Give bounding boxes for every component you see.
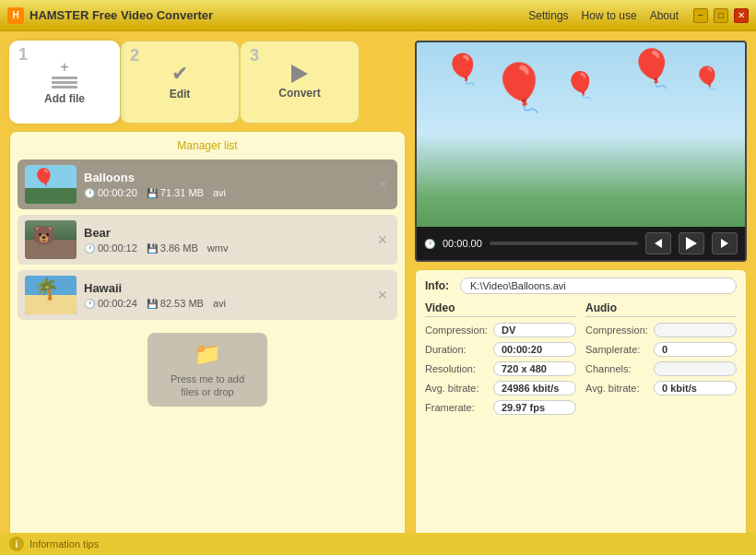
video-bitrate-value: 24986 kbit/s	[493, 381, 576, 396]
video-screen: 🎈 🎈 🎈 🎈 🎈	[417, 42, 745, 227]
minimize-button[interactable]: −	[693, 8, 708, 23]
left-panel: 1 + Add file 2 ✔ Edit 3	[9, 41, 406, 546]
video-compression-value: DV	[493, 323, 576, 337]
video-info-col: Video Compression: DV Duration: 00:00:20…	[425, 301, 576, 419]
video-framerate-label: Framerate:	[425, 402, 490, 413]
file-ext-balloons: avi	[213, 187, 226, 198]
video-preview: 🎈 🎈 🎈 🎈 🎈 🕐 00:00.00	[415, 41, 747, 262]
audio-samplerate-value: 0	[654, 342, 737, 357]
edit-icon: ✔	[171, 64, 188, 84]
file-ext-bear: wmv	[207, 242, 229, 254]
close-button[interactable]: ✕	[734, 8, 749, 23]
file-info-bear: Bear 🕐 00:00:12 💾 3.86 MB wmv	[84, 226, 390, 254]
file-item-hawaii[interactable]: Hawaii 🕐 00:00:24 💾 82.53 MB avi	[18, 270, 397, 320]
step-2-button[interactable]: 2 ✔ Edit	[120, 41, 240, 124]
audio-col-header: Audio	[585, 301, 737, 317]
file-name-balloons: Balloons	[84, 171, 390, 184]
bottom-info-text: Information tips	[30, 538, 99, 549]
audio-channels-label: Channels:	[585, 363, 650, 374]
file-info-hawaii: Hawaii 🕐 00:00:24 💾 82.53 MB avi	[84, 281, 390, 309]
step-3-button[interactable]: 3 Convert	[240, 41, 360, 124]
settings-link[interactable]: Settings	[528, 9, 568, 22]
audio-samplerate-field: Samplerate: 0	[585, 342, 737, 357]
file-close-balloons[interactable]: ✕	[375, 177, 390, 192]
video-resolution-label: Resolution:	[425, 363, 490, 374]
add-files-icon: 📁	[194, 341, 221, 367]
main-area: 1 + Add file 2 ✔ Edit 3	[0, 31, 756, 555]
audio-bitrate-value: 0 kbit/s	[654, 381, 737, 396]
convert-icon	[291, 65, 308, 83]
video-controls: 🕐 00:00.00	[417, 227, 745, 260]
about-link[interactable]: About	[650, 9, 679, 22]
info-path: K:\Video\Balloons.avi	[460, 278, 737, 294]
audio-compression-value	[654, 323, 737, 337]
audio-bitrate-label: Avg. bitrate:	[585, 383, 650, 394]
file-size-hawaii: 82.53 MB	[160, 298, 204, 309]
window-controls: − □ ✕	[693, 8, 749, 23]
audio-channels-value	[654, 361, 737, 376]
steps-area: 1 + Add file 2 ✔ Edit 3	[9, 41, 406, 124]
add-file-icon: +	[52, 60, 77, 89]
video-framerate-value: 29.97 fps	[493, 400, 576, 415]
info-columns: Video Compression: DV Duration: 00:00:20…	[425, 301, 737, 419]
info-path-row: Info: K:\Video\Balloons.avi	[425, 278, 737, 294]
info-section: Info: K:\Video\Balloons.avi Video Compre…	[415, 269, 747, 546]
info-label: Info:	[425, 279, 453, 292]
video-prev-button[interactable]	[645, 232, 671, 254]
step-1-label: Add file	[44, 92, 85, 105]
maximize-button[interactable]: □	[714, 8, 728, 23]
video-framerate-field: Framerate: 29.97 fps	[425, 400, 576, 415]
file-meta-balloons: 🕐 00:00:20 💾 71.31 MB avi	[84, 187, 390, 198]
video-col-header: Video	[425, 301, 576, 317]
audio-compression-field: Compression:	[585, 323, 737, 337]
file-name-bear: Bear	[84, 226, 390, 240]
file-item-balloons[interactable]: Balloons 🕐 00:00:20 💾 71.31 MB avi	[18, 159, 397, 209]
step-3-number: 3	[250, 47, 259, 64]
video-play-button[interactable]	[679, 232, 704, 254]
step-1-button[interactable]: 1 + Add file	[9, 41, 120, 124]
video-duration-field: Duration: 00:00:20	[425, 342, 576, 357]
file-list: Balloons 🕐 00:00:20 💾 71.31 MB avi	[18, 159, 397, 320]
video-next-button[interactable]	[712, 232, 738, 254]
audio-bitrate-field: Avg. bitrate: 0 kbit/s	[585, 381, 737, 396]
video-resolution-field: Resolution: 720 x 480	[425, 361, 576, 376]
file-info-balloons: Balloons 🕐 00:00:20 💾 71.31 MB avi	[84, 171, 390, 198]
video-progress[interactable]	[490, 242, 638, 245]
video-compression-label: Compression:	[425, 325, 490, 336]
manager-title: Manager list	[18, 139, 397, 152]
file-ext-hawaii: avi	[213, 298, 226, 309]
file-duration-balloons: 00:00:20	[98, 187, 137, 198]
step-3-label: Convert	[278, 87, 320, 100]
app-logo: H	[7, 7, 24, 24]
audio-samplerate-label: Samplerate:	[585, 344, 650, 355]
file-size-bear: 3.86 MB	[160, 242, 198, 254]
add-files-button[interactable]: 📁 Press me to add files or drop	[148, 333, 267, 407]
logo-letter: H	[12, 10, 18, 20]
video-time: 00:00.00	[443, 238, 482, 249]
video-bitrate-field: Avg. bitrate: 24986 kbit/s	[425, 381, 576, 396]
info-icon: i	[9, 537, 24, 551]
video-duration-value: 00:00:20	[493, 342, 576, 357]
how-to-use-link[interactable]: How to use	[582, 9, 637, 22]
manager-section: Manager list Balloons 🕐 00:00:20	[9, 131, 406, 546]
file-name-hawaii: Hawaii	[84, 281, 390, 295]
file-meta-hawaii: 🕐 00:00:24 💾 82.53 MB avi	[84, 298, 390, 309]
file-close-hawaii[interactable]: ✕	[375, 288, 390, 302]
file-duration-hawaii: 00:00:24	[98, 298, 137, 309]
balloon-scene: 🎈 🎈 🎈 🎈 🎈	[417, 42, 745, 227]
app-title: HAMSTER Free Video Converter	[30, 8, 528, 22]
thumb-bear	[25, 220, 77, 259]
bottom-bar: i Information tips	[0, 533, 756, 555]
video-bitrate-label: Avg. bitrate:	[425, 383, 490, 394]
file-close-bear[interactable]: ✕	[375, 232, 390, 247]
top-nav: Settings How to use About	[528, 9, 679, 22]
file-duration-bear: 00:00:12	[98, 242, 137, 254]
audio-info-col: Audio Compression: Samplerate: 0 Channel…	[585, 301, 737, 419]
thumb-hawaii	[25, 276, 77, 314]
right-panel: 🎈 🎈 🎈 🎈 🎈 🕐 00:00.00	[415, 41, 747, 546]
file-size-balloons: 71.31 MB	[160, 187, 204, 198]
step-2-number: 2	[130, 47, 139, 64]
file-item-bear[interactable]: Bear 🕐 00:00:12 💾 3.86 MB wmv	[18, 215, 397, 265]
step-2-label: Edit	[170, 88, 191, 100]
video-compression-field: Compression: DV	[425, 323, 576, 337]
